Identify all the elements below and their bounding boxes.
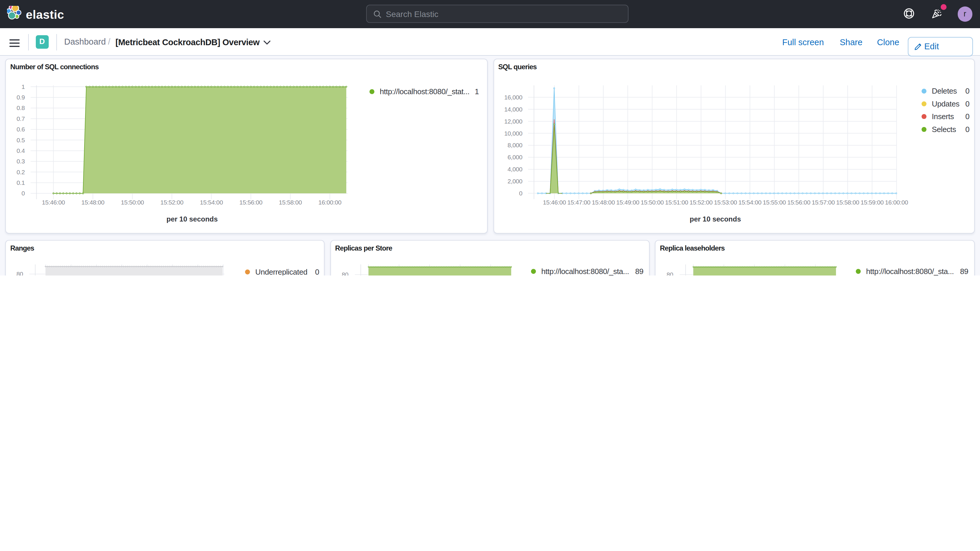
svg-text:15:51:00: 15:51:00: [665, 199, 688, 205]
svg-text:1: 1: [475, 87, 479, 96]
svg-text:80: 80: [16, 271, 23, 276]
svg-text:0.8: 0.8: [17, 104, 25, 111]
svg-text:Deletes: Deletes: [932, 86, 957, 96]
svg-text:0.4: 0.4: [17, 147, 25, 154]
svg-text:15:54:00: 15:54:00: [738, 199, 762, 205]
svg-text:0: 0: [965, 86, 969, 96]
svg-text:per 10 seconds: per 10 seconds: [166, 215, 218, 223]
svg-text:Updates: Updates: [932, 99, 959, 108]
svg-text:15:50:00: 15:50:00: [121, 199, 144, 205]
svg-text:15:52:00: 15:52:00: [161, 199, 184, 205]
svg-text:15:46:00: 15:46:00: [543, 199, 566, 205]
svg-text:80: 80: [342, 271, 348, 276]
svg-text:89: 89: [635, 267, 643, 276]
svg-text:Inserts: Inserts: [932, 112, 954, 121]
svg-text:0.3: 0.3: [17, 158, 25, 165]
svg-text:16:00:00: 16:00:00: [318, 199, 342, 205]
svg-text:1: 1: [21, 83, 25, 90]
svg-text:16,000: 16,000: [504, 94, 523, 100]
svg-text:15:50:00: 15:50:00: [641, 199, 664, 205]
svg-text:0: 0: [965, 125, 969, 134]
svg-text:0.1: 0.1: [17, 179, 25, 186]
svg-text:15:52:00: 15:52:00: [689, 199, 713, 205]
svg-text:14,000: 14,000: [504, 106, 523, 113]
svg-text:15:56:00: 15:56:00: [239, 199, 262, 205]
svg-text:15:46:00: 15:46:00: [42, 199, 65, 205]
svg-text:Selects: Selects: [932, 125, 956, 134]
svg-text:Underreplicated: Underreplicated: [255, 268, 307, 276]
svg-text:16:00:00: 16:00:00: [885, 199, 908, 205]
svg-text:89: 89: [960, 267, 968, 276]
svg-text:10,000: 10,000: [504, 130, 523, 137]
svg-text:0.2: 0.2: [17, 169, 25, 175]
svg-text:0.6: 0.6: [17, 126, 25, 133]
svg-text:15:53:00: 15:53:00: [714, 199, 737, 205]
svg-text:15:48:00: 15:48:00: [592, 199, 615, 205]
svg-text:80: 80: [667, 271, 673, 276]
svg-text:15:59:00: 15:59:00: [861, 199, 884, 205]
svg-text:0: 0: [21, 190, 25, 197]
svg-text:http://localhost:8080/_stat...: http://localhost:8080/_stat...: [380, 87, 469, 96]
svg-text:8,000: 8,000: [508, 142, 523, 148]
svg-text:http://localhost:8080/_sta...: http://localhost:8080/_sta...: [541, 267, 629, 276]
svg-text:2,000: 2,000: [508, 178, 523, 185]
svg-text:0.9: 0.9: [17, 94, 25, 100]
svg-text:15:49:00: 15:49:00: [616, 199, 640, 205]
svg-text:12,000: 12,000: [504, 118, 523, 125]
svg-text:0: 0: [965, 112, 969, 121]
svg-text:0: 0: [965, 99, 969, 108]
svg-text:0: 0: [315, 268, 319, 276]
svg-text:15:58:00: 15:58:00: [836, 199, 859, 205]
svg-text:per 10 seconds: per 10 seconds: [690, 215, 741, 223]
svg-text:http://localhost:8080/_sta...: http://localhost:8080/_sta...: [866, 267, 954, 276]
svg-text:15:56:00: 15:56:00: [787, 199, 810, 205]
svg-text:15:48:00: 15:48:00: [81, 199, 105, 205]
svg-text:15:58:00: 15:58:00: [279, 199, 302, 205]
svg-text:15:57:00: 15:57:00: [811, 199, 835, 205]
svg-text:15:54:00: 15:54:00: [200, 199, 223, 205]
svg-text:0.7: 0.7: [17, 115, 25, 122]
svg-text:15:55:00: 15:55:00: [763, 199, 786, 205]
svg-text:6,000: 6,000: [508, 154, 523, 161]
svg-text:0.5: 0.5: [17, 137, 25, 143]
svg-text:0: 0: [519, 190, 522, 197]
svg-text:15:47:00: 15:47:00: [568, 199, 591, 205]
svg-text:4,000: 4,000: [508, 166, 523, 172]
